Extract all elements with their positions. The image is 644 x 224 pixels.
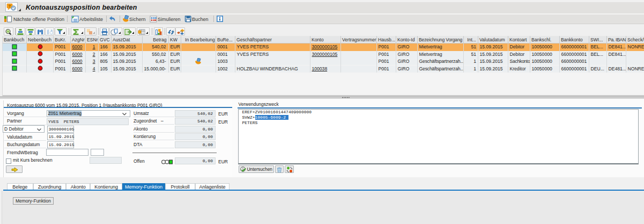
svg-text:?: ? [8,4,11,9]
